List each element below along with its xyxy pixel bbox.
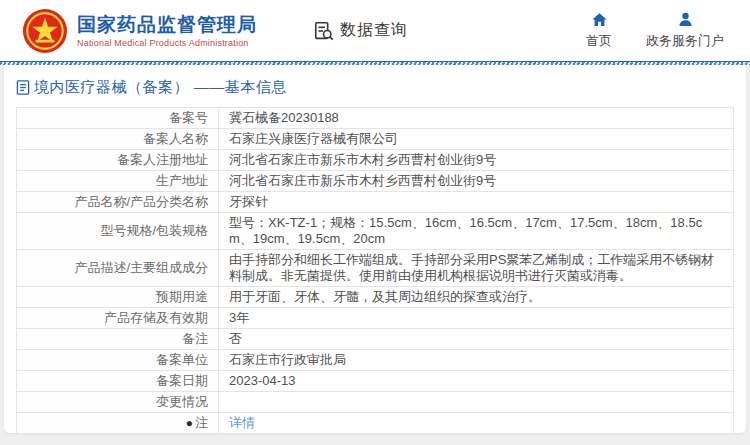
row-value: [219, 392, 734, 413]
data-query-label: 数据查询: [340, 20, 408, 41]
row-value: 牙探针: [219, 192, 734, 213]
table-row: 备案单位石家庄市行政审批局: [17, 350, 734, 371]
content-card: 境内医疗器械（备案） ——基本信息 备案号冀石械备20230188备案人名称石家…: [4, 65, 746, 433]
row-value: 冀石械备20230188: [219, 108, 734, 129]
table-row: 产品描述/主要组成成分由手持部分和细长工作端组成。手持部分采用PS聚苯乙烯制成；…: [17, 250, 734, 287]
row-value: 2023-04-13: [219, 371, 734, 392]
table-row: 产品存储及有效期3年: [17, 308, 734, 329]
info-table-body: 备案号冀石械备20230188备案人名称石家庄兴康医疗器械有限公司备案人注册地址…: [17, 108, 734, 434]
data-query-button[interactable]: 数据查询: [313, 20, 408, 42]
row-label: 备案单位: [17, 350, 219, 371]
table-row: 预期用途用于牙面、牙体、牙髓，及其周边组织的探查或治疗。: [17, 287, 734, 308]
row-value: 否: [219, 329, 734, 350]
national-emblem-icon: [22, 8, 68, 54]
table-row: 型号规格/包装规格型号：XK-TZ-1；规格：15.5cm、16cm、16.5c…: [17, 213, 734, 250]
brand-text: 国家药品监督管理局 National Medical Products Admi…: [77, 13, 257, 48]
user-icon: [677, 11, 694, 28]
row-label: ●注: [17, 413, 219, 434]
nav-item-label: 首页: [586, 32, 612, 50]
table-row: 产品名称/产品分类名称牙探针: [17, 192, 734, 213]
note-icon: ●: [186, 416, 193, 430]
page-title: 境内医疗器械（备案） ——基本信息: [16, 78, 746, 97]
row-label: 备注: [17, 329, 219, 350]
row-value: 用于牙面、牙体、牙髓，及其周边组织的探查或治疗。: [219, 287, 734, 308]
row-value: 河北省石家庄市新乐市木村乡西曹村创业街9号: [219, 171, 734, 192]
row-label: 备案人注册地址: [17, 150, 219, 171]
nav-item-home[interactable]: 首页: [586, 11, 612, 50]
nav-item-label: 政务服务门户: [646, 32, 724, 50]
home-icon: [591, 11, 608, 28]
row-value: 3年: [219, 308, 734, 329]
row-label: 产品名称/产品分类名称: [17, 192, 219, 213]
app-header: 国家药品监督管理局 National Medical Products Admi…: [0, 0, 750, 61]
detail-link[interactable]: 详情: [229, 415, 255, 430]
org-name-en: National Medical Products Administration: [77, 38, 257, 48]
row-label: 变更情况: [17, 392, 219, 413]
row-label: 预期用途: [17, 287, 219, 308]
nmpa-logo[interactable]: 国家药品监督管理局 National Medical Products Admi…: [22, 8, 257, 54]
table-row: 备案日期2023-04-13: [17, 371, 734, 392]
nav-item-portal[interactable]: 政务服务门户: [646, 11, 724, 50]
row-value: 石家庄市行政审批局: [219, 350, 734, 371]
document-icon: [16, 80, 30, 95]
row-value: 详情: [219, 413, 734, 434]
header-nav: 首页 政务服务门户: [586, 11, 724, 50]
row-value: 型号：XK-TZ-1；规格：15.5cm、16cm、16.5cm、17cm、17…: [219, 213, 734, 250]
table-row: ●注详情: [17, 413, 734, 434]
row-label: 型号规格/包装规格: [17, 213, 219, 250]
page-title-text: 境内医疗器械（备案） ——基本信息: [34, 78, 287, 97]
row-label: 备案日期: [17, 371, 219, 392]
row-value: 石家庄兴康医疗器械有限公司: [219, 129, 734, 150]
table-row: 变更情况: [17, 392, 734, 413]
row-value: 由手持部分和细长工作端组成。手持部分采用PS聚苯乙烯制成；工作端采用不锈钢材料制…: [219, 250, 734, 287]
table-row: 备案人名称石家庄兴康医疗器械有限公司: [17, 129, 734, 150]
table-row: 备注否: [17, 329, 734, 350]
row-value: 河北省石家庄市新乐市木村乡西曹村创业街9号: [219, 150, 734, 171]
org-name: 国家药品监督管理局: [77, 13, 257, 36]
table-row: 生产地址河北省石家庄市新乐市木村乡西曹村创业街9号: [17, 171, 734, 192]
row-label: 产品存储及有效期: [17, 308, 219, 329]
row-label: 生产地址: [17, 171, 219, 192]
row-label: 产品描述/主要组成成分: [17, 250, 219, 287]
row-label: 备案人名称: [17, 129, 219, 150]
document-search-icon: [313, 20, 335, 42]
table-row: 备案人注册地址河北省石家庄市新乐市木村乡西曹村创业街9号: [17, 150, 734, 171]
info-table: 备案号冀石械备20230188备案人名称石家庄兴康医疗器械有限公司备案人注册地址…: [16, 107, 734, 434]
row-label: 备案号: [17, 108, 219, 129]
table-row: 备案号冀石械备20230188: [17, 108, 734, 129]
